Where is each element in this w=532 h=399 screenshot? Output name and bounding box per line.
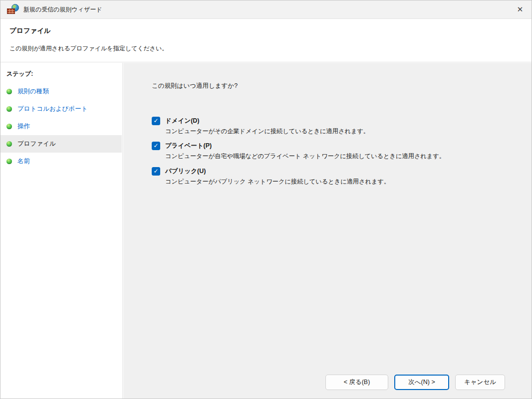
step-label: 操作 <box>17 122 30 131</box>
brick-wall-icon <box>7 8 15 14</box>
next-button[interactable]: 次へ(N) > <box>394 375 449 390</box>
sidebar-item-action[interactable]: 操作 <box>0 118 122 135</box>
sidebar-item-name[interactable]: 名前 <box>0 153 122 170</box>
step-list: 規則の種類 プロトコルおよびポート 操作 プロファイル 名前 <box>0 83 122 170</box>
profile-option-private: プライベート(P) コンピューターが自宅や職場などのプライベート ネットワークに… <box>152 142 517 160</box>
page-header: プロファイル この規則が適用されるプロファイルを指定してください。 <box>0 19 532 62</box>
public-checkbox-row[interactable]: パブリック(U) <box>152 167 517 176</box>
checkbox-checked-icon[interactable] <box>152 167 160 176</box>
green-orb-icon <box>6 106 12 112</box>
domain-checkbox-row[interactable]: ドメイン(D) <box>152 117 517 125</box>
profile-options: ドメイン(D) コンピューターがその企業ドメインに接続しているときに適用されます… <box>152 117 517 192</box>
domain-label: ドメイン(D) <box>165 117 200 125</box>
green-orb-icon <box>6 124 12 129</box>
private-checkbox-row[interactable]: プライベート(P) <box>152 142 517 150</box>
wizard-dialog: 新規の受信の規則ウィザード ✕ プロファイル この規則が適用されるプロファイルを… <box>0 0 532 399</box>
profile-option-domain: ドメイン(D) コンピューターがその企業ドメインに接続しているときに適用されます… <box>152 117 517 135</box>
page-subtitle: この規則が適用されるプロファイルを指定してください。 <box>9 44 168 53</box>
steps-heading: ステップ: <box>6 70 33 78</box>
window-title: 新規の受信の規則ウィザード <box>23 5 102 14</box>
green-orb-icon <box>6 159 12 164</box>
step-label: プロトコルおよびポート <box>17 105 87 113</box>
public-label: パブリック(U) <box>165 167 206 176</box>
back-button[interactable]: < 戻る(B) <box>325 375 388 390</box>
firewall-icon <box>7 4 19 15</box>
wizard-navigation: < 戻る(B) 次へ(N) > キャンセル <box>325 375 505 390</box>
body-area: ステップ: 規則の種類 プロトコルおよびポート 操作 プロファイル <box>0 63 532 399</box>
step-label: 規則の種類 <box>17 87 49 96</box>
content-panel: この規則はいつ適用しますか? ドメイン(D) コンピューターがその企業ドメインに… <box>123 63 532 399</box>
close-icon[interactable]: ✕ <box>509 0 532 18</box>
page-title: プロファイル <box>9 26 51 35</box>
checkbox-checked-icon[interactable] <box>152 142 160 150</box>
sidebar-item-rule-type[interactable]: 規則の種類 <box>0 83 122 100</box>
public-description: コンピューターがパブリック ネットワークに接続しているときに適用されます。 <box>165 178 491 186</box>
green-orb-icon <box>6 141 12 147</box>
sidebar-item-profile[interactable]: プロファイル <box>0 135 122 153</box>
steps-sidebar: ステップ: 規則の種類 プロトコルおよびポート 操作 プロファイル <box>0 63 123 399</box>
step-label: 名前 <box>17 157 30 166</box>
green-orb-icon <box>6 89 12 94</box>
private-description: コンピューターが自宅や職場などのプライベート ネットワークに接続しているときに適… <box>165 152 491 160</box>
profile-option-public: パブリック(U) コンピューターがパブリック ネットワークに接続しているときに適… <box>152 167 517 186</box>
profile-question: この規則はいつ適用しますか? <box>152 82 238 90</box>
title-bar: 新規の受信の規則ウィザード ✕ <box>0 0 532 19</box>
domain-description: コンピューターがその企業ドメインに接続しているときに適用されます。 <box>165 127 491 135</box>
step-label: プロファイル <box>17 140 56 148</box>
cancel-button[interactable]: キャンセル <box>455 375 505 390</box>
sidebar-item-protocol-ports[interactable]: プロトコルおよびポート <box>0 100 122 118</box>
private-label: プライベート(P) <box>165 142 212 150</box>
checkbox-checked-icon[interactable] <box>152 117 160 125</box>
